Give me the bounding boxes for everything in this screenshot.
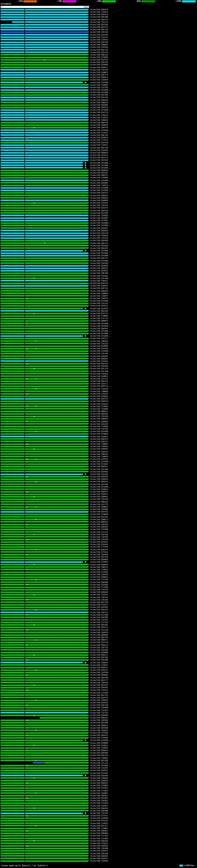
hit-accession-label[interactable]: UniRef100_Q42G45 xyxy=(90,423,108,425)
alignment-row[interactable]: UniRef100_C1LV93 xyxy=(0,834,197,837)
alignment-bar[interactable] xyxy=(0,290,89,292)
alignment-row[interactable]: UniRef100_Q55H29 xyxy=(0,245,197,247)
alignment-bar[interactable] xyxy=(0,398,89,400)
alignment-bar[interactable] xyxy=(0,623,89,626)
hit-accession-label[interactable]: UniRef100_A5LAW5 xyxy=(90,468,108,470)
alignment-row[interactable]: UniRef100_C0P3L2 xyxy=(0,611,197,614)
alignment-row[interactable]: UniRef100_Q06P45 xyxy=(0,327,197,330)
hit-accession-label[interactable]: UniRef100_B6QAD9 xyxy=(90,591,108,593)
alignment-bar[interactable] xyxy=(0,104,89,106)
alignment-row[interactable]: UniRef100_C3ZL26 xyxy=(0,302,197,305)
alignment-bar[interactable] xyxy=(0,159,89,161)
hit-accession-label[interactable]: UniRef100_B3L3C8 xyxy=(90,367,108,370)
alignment-bar[interactable] xyxy=(0,603,89,606)
alignment-bar[interactable] xyxy=(0,478,89,480)
hit-accession-label[interactable]: UniRef100_B6K1S9 xyxy=(90,54,108,56)
alignment-bar[interactable] xyxy=(0,505,89,508)
alignment-row[interactable]: UniRef100_B5RU55 xyxy=(0,229,197,232)
hit-accession-label[interactable]: UniRef100_A8N9X2 xyxy=(90,43,108,46)
alignment-bar[interactable] xyxy=(0,842,89,845)
alignment-bar[interactable] xyxy=(0,91,89,94)
alignment-row[interactable]: UniRef100_A8Q2C0 xyxy=(0,101,197,104)
alignment-bar[interactable] xyxy=(0,282,89,284)
alignment-row[interactable]: UniRef100_B2AXK5 xyxy=(0,797,197,799)
alignment-bar[interactable] xyxy=(0,727,89,729)
alignment-bar[interactable] xyxy=(0,430,89,433)
alignment-bar[interactable] xyxy=(0,521,89,523)
alignment-bar[interactable] xyxy=(0,393,89,395)
alignment-bar[interactable] xyxy=(0,513,89,516)
alignment-bar[interactable] xyxy=(0,89,89,91)
alignment-bar[interactable] xyxy=(0,501,89,503)
hit-accession-label[interactable]: UniRef100_B2Z1M5 xyxy=(90,212,108,214)
hit-accession-label[interactable]: UniRef100_Q55MM3 xyxy=(90,345,108,347)
alignment-row[interactable]: UniRef100_Q76PA2 xyxy=(0,305,197,307)
hit-accession-label[interactable]: UniRef100_C0P3L2 xyxy=(90,611,108,614)
alignment-bar[interactable] xyxy=(0,857,89,860)
hit-accession-label[interactable]: UniRef100_C5FIU4 xyxy=(90,69,108,71)
alignment-bar[interactable] xyxy=(0,714,89,716)
alignment-row[interactable]: UniRef100_Q2H4Q0 xyxy=(0,430,197,433)
alignment-row[interactable]: UniRef100_A4QWF3 xyxy=(0,71,197,73)
hit-accession-label[interactable]: UniRef100_C1BCF9 xyxy=(90,184,108,187)
hit-accession-label[interactable]: UniRef100_B0XYG1 xyxy=(90,380,108,382)
alignment-row[interactable]: UniRef100_Q54ST4 xyxy=(0,59,197,61)
hit-accession-label[interactable]: UniRef100_C6SLM7 xyxy=(90,202,108,204)
alignment-row[interactable]: UniRef100_Q75BF8 xyxy=(0,56,197,59)
hit-accession-label[interactable]: UniRef100_Q2UQG2 xyxy=(90,395,108,398)
alignment-row[interactable]: UniRef100_Q3RUC9 xyxy=(0,478,197,480)
hit-accession-label[interactable]: UniRef100_B2W7W0 xyxy=(90,809,108,812)
hit-accession-label[interactable]: UniRef100_Q5K7P5 xyxy=(90,242,108,245)
alignment-bar[interactable] xyxy=(0,586,89,588)
hit-accession-label[interactable]: UniRef100_C0NU56 xyxy=(90,119,108,121)
hit-accession-label[interactable]: UniRef100_A9SI10 xyxy=(90,31,108,33)
alignment-bar[interactable] xyxy=(0,350,89,352)
alignment-bar[interactable] xyxy=(0,111,89,114)
alignment-bar[interactable] xyxy=(0,659,89,661)
hit-accession-label[interactable]: UniRef100_C5FM01 xyxy=(90,561,108,563)
hit-accession-label[interactable]: UniRef100_B4KR01 xyxy=(90,855,108,857)
alignment-bar[interactable] xyxy=(0,342,89,345)
alignment-bar[interactable] xyxy=(0,573,89,576)
alignment-bar[interactable] xyxy=(0,855,89,857)
alignment-row[interactable]: UniRef100_UPI000... xyxy=(0,89,197,91)
alignment-row[interactable]: UniRef100_B6TL77 xyxy=(0,679,197,681)
alignment-bar[interactable] xyxy=(0,247,89,249)
alignment-bar[interactable] xyxy=(0,227,89,229)
alignment-row[interactable]: UniRef100_B4NZP1 xyxy=(0,194,197,197)
hit-accession-label[interactable]: UniRef100_C1C1J3 xyxy=(90,317,108,320)
hit-accession-label[interactable]: UniRef100_Q2GMY3 xyxy=(90,136,108,139)
alignment-row[interactable]: UniRef100_Q6M197 xyxy=(0,465,197,468)
alignment-bar[interactable] xyxy=(0,36,89,38)
hit-accession-label[interactable]: UniRef100_Q7RGU1 xyxy=(90,360,108,363)
alignment-bar[interactable] xyxy=(0,543,89,546)
alignment-row[interactable]: UniRef100_B9T1Q4 xyxy=(0,656,197,659)
hit-accession-label[interactable]: UniRef100_A2QLG6 xyxy=(90,403,108,405)
hit-accession-label[interactable]: UniRef100_C9SDM8 xyxy=(90,528,108,530)
alignment-row[interactable]: UniRef100_B4FQW5 xyxy=(0,752,197,754)
hit-accession-label[interactable]: UniRef100_Q2GRE3 xyxy=(90,779,108,782)
hit-accession-label[interactable]: UniRef100_UPI000... xyxy=(90,89,111,91)
hit-accession-label[interactable]: UniRef100_B8NJD5 xyxy=(90,501,108,503)
alignment-bar[interactable] xyxy=(0,284,89,287)
alignment-row[interactable]: UniRef100_B3N9P6 xyxy=(0,199,197,202)
alignment-row[interactable]: UniRef100_B9F312 xyxy=(0,287,197,289)
alignment-row[interactable]: UniRef100_UPI000... xyxy=(0,91,197,94)
alignment-row[interactable]: UniRef100_C6V6Q2 xyxy=(0,214,197,217)
hit-accession-label[interactable]: UniRef100_C1MVR6 xyxy=(90,860,108,862)
alignment-bar[interactable] xyxy=(0,347,89,350)
alignment-row[interactable]: UniRef100_B3L3C8 xyxy=(0,367,197,370)
alignment-row[interactable]: UniRef100_Q7S9U3 xyxy=(0,787,197,789)
alignment-row[interactable]: UniRef100_B4FA94 xyxy=(0,677,197,679)
alignment-bar[interactable] xyxy=(0,302,89,305)
hit-accession-label[interactable]: UniRef100_B6U1H2 xyxy=(90,623,108,626)
alignment-row[interactable]: UniRef100_Q2GMY3 xyxy=(0,136,197,139)
alignment-bar[interactable] xyxy=(0,448,89,450)
alignment-row[interactable]: UniRef100_P34429 xyxy=(0,347,197,350)
hit-accession-label[interactable]: UniRef100_C1E234 xyxy=(90,237,108,239)
alignment-bar[interactable] xyxy=(0,784,89,787)
alignment-row[interactable]: UniRef100_B8C8V1 xyxy=(0,267,197,270)
alignment-bar[interactable] xyxy=(0,787,89,789)
alignment-row[interactable]: UniRef100_Q55HR0 xyxy=(0,63,197,66)
alignment-bar[interactable] xyxy=(0,61,89,63)
